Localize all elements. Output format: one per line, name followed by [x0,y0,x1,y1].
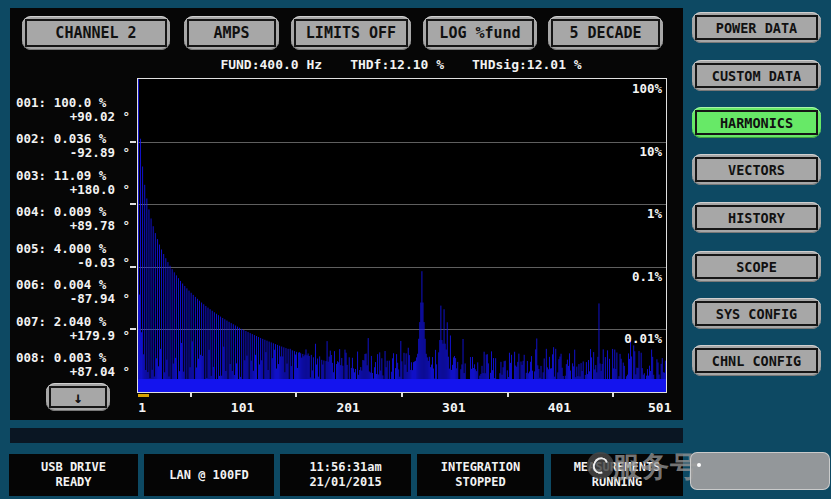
harmonic-phase: -0.03 ° [16,256,132,270]
x-axis: 1 101 201 301 401 501 [137,398,665,416]
menu-button-label: POWER DATA [716,20,797,36]
thdsig-readout: THDsig:12.01 % [472,57,582,72]
x-tick-label: 301 [442,400,465,415]
channel-button[interactable]: CHANNEL 2 [22,16,170,50]
channel-button-label: CHANNEL 2 [55,24,136,42]
harmonic-magnitude: 005: 4.000 % [16,242,132,256]
units-button-label: AMPS [213,24,249,42]
menu-button-label: CHNL CONFIG [712,353,801,369]
menu-button-label: HARMONICS [720,115,793,131]
units-button[interactable]: AMPS [184,16,279,50]
y-axis-tick [130,141,136,143]
main-display-panel: CHANNEL 2 AMPS LIMITS OFF LOG %fund 5 DE… [10,8,683,420]
status-line: MEASUREMENTS [574,460,661,475]
status-datetime: 11:56:31am21/01/2015 [280,454,411,496]
y-tick-label: 0.01% [624,331,662,346]
harmonic-phase: +180.0 ° [16,183,132,197]
harmonic-row: 002: 0.036 %-92.89 ° [16,132,132,160]
scroll-down-button[interactable]: ↓ [46,383,110,411]
menu-button-label: HISTORY [728,210,785,226]
harmonic-magnitude: 004: 0.009 % [16,205,132,219]
harmonic-row: 005: 4.000 %-0.03 ° [16,242,132,270]
harmonic-magnitude: 008: 0.003 % [16,351,132,365]
status-line: RUNNING [592,475,643,490]
harmonic-phase: -87.94 ° [16,292,132,306]
x-tick-label: 1 [138,400,146,415]
separator-bar [10,428,683,443]
harmonic-bars [138,79,666,392]
menu-button-harmonics[interactable]: HARMONICS [692,107,821,138]
x-tick-label: 201 [336,400,359,415]
status-lan: LAN @ 100FD [144,454,274,496]
status-line: READY [55,475,91,490]
menu-button-label: CUSTOM DATA [712,68,801,84]
harmonic-row: 003: 11.09 %+180.0 ° [16,169,132,197]
status-usb: USB DRIVEREADY [9,454,138,496]
menu-button-chnl-config[interactable]: CHNL CONFIG [692,345,821,376]
thdf-readout: THDf:12.10 % [350,57,444,72]
menu-button-vectors[interactable]: VECTORS [692,154,821,185]
decade-button-label: 5 DECADE [569,24,641,42]
x-axis-minor-tick [401,392,403,397]
harmonic-row: 008: 0.003 %+87.04 ° [16,351,132,379]
x-tick-label: 501 [648,400,671,415]
status-integration: INTEGRATIONSTOPPED [417,454,544,496]
status-line: 21/01/2015 [309,475,381,490]
status-line: LAN @ 100FD [169,468,248,483]
menu-button-label: VECTORS [728,162,785,178]
fundamental-readout: FUND:400.0 Hz [220,57,322,72]
harmonic-row: 006: 0.004 %-87.94 ° [16,278,132,306]
measurement-header: FUND:400.0 Hz THDf:12.10 % THDsig:12.01 … [137,57,665,72]
menu-button-label: SYS CONFIG [716,306,797,322]
y-tick-label: 0.1% [632,269,662,284]
x-tick-label: 101 [231,400,254,415]
x-axis-minor-tick [507,392,509,397]
x-axis-minor-tick [295,392,297,397]
status-line: INTEGRATION [441,460,520,475]
menu-button-history[interactable]: HISTORY [692,202,821,233]
harmonic-magnitude: 003: 11.09 % [16,169,132,183]
menu-button-sys-config[interactable]: SYS CONFIG [692,298,821,329]
status-line: 11:56:31am [309,460,381,475]
x-axis-minor-tick [190,392,192,397]
harmonic-spectrum-plot: 100% 10% 1% 0.1% 0.01% [137,78,667,393]
harmonic-magnitude: 006: 0.004 % [16,278,132,292]
menu-button-custom-data[interactable]: CUSTOM DATA [692,60,821,91]
status-line: USB DRIVE [41,460,106,475]
harmonic-row: 007: 2.040 %+179.9 ° [16,315,132,343]
y-tick-label: 100% [632,81,662,96]
selected-harmonic-marker [138,394,149,397]
power-analyzer-screen: CHANNEL 2 AMPS LIMITS OFF LOG %fund 5 DE… [0,0,831,499]
harmonic-magnitude: 002: 0.036 % [16,132,132,146]
y-axis-tick [130,266,136,268]
harmonic-phase: +87.04 ° [16,365,132,379]
harmonic-magnitude: 001: 100.0 % [16,96,132,110]
harmonic-row: 004: 0.009 %+89.78 ° [16,205,132,233]
status-measurements: MEASUREMENTSRUNNING [551,454,683,496]
watermark-blur-box [690,452,830,490]
harmonic-phase: -92.89 ° [16,146,132,160]
harmonic-magnitude: 007: 2.040 % [16,315,132,329]
y-tick-label: 10% [639,144,662,159]
limits-button[interactable]: LIMITS OFF [291,16,411,50]
x-tick-label: 401 [548,400,571,415]
y-tick-label: 1% [647,206,662,221]
menu-button-scope[interactable]: SCOPE [692,251,821,282]
harmonic-phase: +89.78 ° [16,219,132,233]
decade-button[interactable]: 5 DECADE [548,16,663,50]
harmonic-phase: +90.02 ° [16,110,132,124]
menu-button-power-data[interactable]: POWER DATA [692,12,821,43]
harmonic-row: 001: 100.0 %+90.02 ° [16,96,132,124]
scale-mode-button-label: LOG %fund [439,24,520,42]
status-line: STOPPED [455,475,506,490]
scale-mode-button[interactable]: LOG %fund [423,16,537,50]
down-arrow-icon: ↓ [73,388,83,407]
menu-button-label: SCOPE [736,259,777,275]
x-axis-minor-tick [612,392,614,397]
harmonic-phase: +179.9 ° [16,329,132,343]
y-axis-tick [130,328,136,330]
y-axis-tick [130,203,136,205]
limits-button-label: LIMITS OFF [306,24,396,42]
